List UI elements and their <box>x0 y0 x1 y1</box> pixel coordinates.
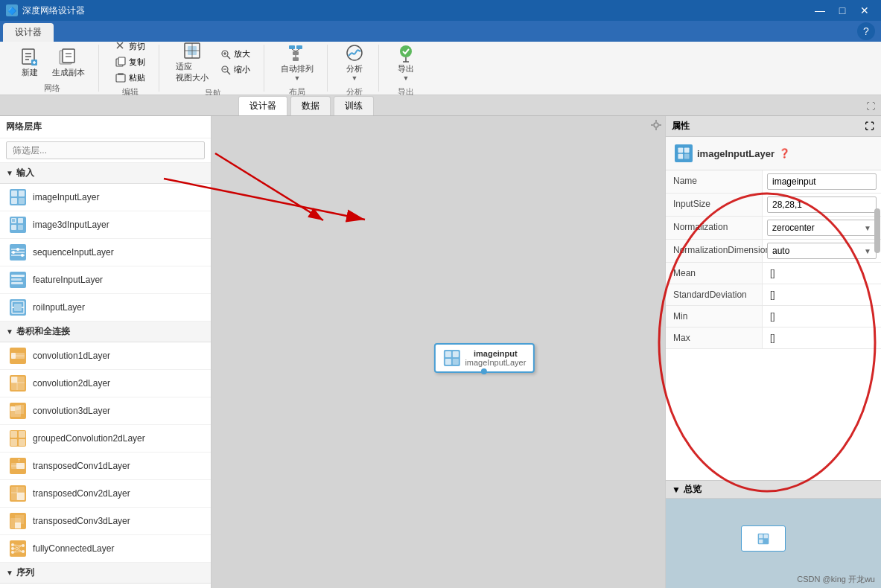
left-sidebar: 网络层库 ▼ 输入 image <box>0 116 211 588</box>
layer-label-convolution1dLayer: convolution1dLayer <box>33 351 110 361</box>
layer-item-convolution2dLayer[interactable]: convolution2dLayer <box>0 370 211 397</box>
tab-design[interactable]: 设计器 <box>238 96 287 115</box>
svg-rect-86 <box>19 431 25 438</box>
prop-rows: Name InputSize Normalization <box>666 170 881 349</box>
new-button[interactable]: 新建 <box>15 43 45 81</box>
svg-rect-122 <box>452 351 458 357</box>
prop-row-inputsize: InputSize <box>666 194 881 217</box>
expand-panel-icon[interactable]: ⛶ <box>863 121 875 132</box>
prop-value-min: [] <box>763 306 881 327</box>
layer-icon-transposedConv1dLayer: T <box>9 457 27 475</box>
category-input[interactable]: ▼ 输入 <box>0 163 211 184</box>
tab-data[interactable]: 数据 <box>290 96 331 115</box>
properties-header: 属性 ⛶ <box>666 116 881 137</box>
svg-rect-96 <box>17 493 25 500</box>
prop-dropdown-normdim[interactable]: auto ▼ <box>767 243 877 259</box>
svg-rect-128 <box>684 148 690 153</box>
toolbar-group-analyze: 分析 ▼ 分析 <box>331 45 379 92</box>
search-input[interactable] <box>6 141 205 159</box>
toolbar: 新建 生成副本 网络 <box>0 42 881 95</box>
prop-value-normalization: zerocenter ▼ <box>763 217 881 239</box>
category-label-input: 输入 <box>16 167 34 179</box>
svg-rect-29 <box>296 45 302 49</box>
overview-title: 总览 <box>684 483 702 496</box>
svg-rect-52 <box>18 225 23 230</box>
tab-train[interactable]: 训练 <box>334 96 374 115</box>
overview-canvas[interactable]: CSDN @king 开龙wu <box>666 499 881 588</box>
prop-layer-header: imageInputLayer ❓ <box>666 137 881 170</box>
prop-dropdown-normdim-arrow: ▼ <box>864 247 871 255</box>
scrollbar-thumb[interactable] <box>874 208 880 253</box>
svg-line-38 <box>354 50 357 54</box>
watermark: CSDN @king 开龙wu <box>797 574 875 585</box>
tab-designer[interactable]: 设计器 <box>3 23 54 42</box>
layer-item-transposedConv3dLayer[interactable]: transposedConv3dLayer <box>0 508 211 535</box>
layer-label-convolution2dLayer: convolution2dLayer <box>33 378 110 389</box>
category-arrow-sequence: ▼ <box>6 569 13 577</box>
prop-help-button[interactable]: ❓ <box>779 148 790 159</box>
minimize-button[interactable]: — <box>810 0 830 21</box>
prop-dropdown-normalization[interactable]: zerocenter ▼ <box>767 220 877 236</box>
export-button[interactable]: 导出 ▼ <box>391 39 421 85</box>
prop-value-name <box>763 170 881 193</box>
prop-label-name: Name <box>666 170 763 193</box>
layer-item-convolution1dLayer[interactable]: convolution1dLayer <box>0 342 211 370</box>
svg-rect-30 <box>293 51 299 55</box>
prop-input-inputsize[interactable] <box>767 196 877 213</box>
expand-icon[interactable]: ⛶ <box>863 99 878 114</box>
svg-rect-8 <box>63 49 74 63</box>
svg-point-115 <box>654 123 658 127</box>
svg-marker-102 <box>15 515 24 524</box>
auto-layout-button[interactable]: 自动排列 ▼ <box>276 39 318 85</box>
layer-item-groupedConvolution2dLayer[interactable]: groupedConvolution2dLayer <box>0 425 211 453</box>
layer-icon-fullyConnectedLayer <box>9 540 27 557</box>
svg-rect-44 <box>11 191 17 196</box>
layer-item-convolution3dLayer[interactable]: convolution3dLayer <box>0 397 211 425</box>
sidebar-header: 网络层库 <box>0 116 211 138</box>
layer-item-image3dInputLayer[interactable]: image3dInputLayer <box>0 211 211 239</box>
fit-view-button[interactable]: 适应视图大小 <box>171 37 213 86</box>
analyze-icon <box>344 42 365 63</box>
paste-button[interactable]: 粘贴 <box>111 71 150 85</box>
toolbar-network-items: 新建 生成副本 <box>15 43 89 81</box>
prop-static-mean: [] <box>767 268 778 278</box>
layer-item-imageInputLayer[interactable]: imageInputLayer <box>0 184 211 211</box>
generate-copy-button[interactable]: 生成副本 <box>48 43 89 81</box>
help-button[interactable]: ? <box>857 22 875 40</box>
sidebar-content: ▼ 输入 imageInputLayer <box>0 163 211 588</box>
layer-item-sequenceInputLayer[interactable]: sequenceInputLayer <box>0 239 211 266</box>
layer-item-transposedConv1dLayer[interactable]: T transposedConv1dLayer <box>0 453 211 480</box>
zoom-out-label: 缩小 <box>234 64 250 75</box>
export-icon <box>395 42 416 63</box>
svg-line-32 <box>296 49 299 51</box>
prop-row-mean: Mean [] <box>666 263 881 284</box>
zoom-out-button[interactable]: 缩小 <box>216 63 255 77</box>
close-button[interactable]: ✕ <box>854 0 875 21</box>
category-conv[interactable]: ▼ 卷积和全连接 <box>0 322 211 342</box>
prop-row-normdim: NormalizationDimension auto ▼ <box>666 240 881 263</box>
layer-item-featureInputLayer[interactable]: featureInputLayer <box>0 266 211 294</box>
layer-item-fullyConnectedLayer[interactable]: fullyConnectedLayer <box>0 535 211 563</box>
layer-item-transposedConv2dLayer[interactable]: transposedConv2dLayer <box>0 480 211 508</box>
canvas-node-icon <box>442 349 460 367</box>
svg-rect-127 <box>678 148 684 153</box>
layer-item-roiInputLayer[interactable]: roiInputLayer <box>0 294 211 322</box>
canvas-settings-icon[interactable] <box>650 119 662 133</box>
copy-button[interactable]: 复制 <box>111 55 150 69</box>
category-label-conv: 卷积和全连接 <box>16 325 70 338</box>
cut-button[interactable]: 剪切 <box>111 39 150 54</box>
prop-input-name[interactable] <box>767 173 877 190</box>
overview-node <box>741 525 786 552</box>
analyze-button[interactable]: 分析 ▼ <box>340 39 369 85</box>
layer-label-groupedConvolution2dLayer: groupedConvolution2dLayer <box>33 433 145 444</box>
category-sequence[interactable]: ▼ 序列 <box>0 563 211 584</box>
svg-line-27 <box>227 71 230 74</box>
zoom-in-button[interactable]: 放大 <box>216 47 255 61</box>
toolbar-group-export: 导出 ▼ 导出 <box>382 45 430 92</box>
maximize-button[interactable]: □ <box>832 0 853 21</box>
title-bar-controls: — □ ✕ <box>810 0 875 21</box>
canvas-node-imageinput[interactable]: imageinput imageInputLayer <box>433 343 535 373</box>
svg-rect-63 <box>11 278 22 281</box>
svg-rect-134 <box>759 539 763 543</box>
prop-row-name: Name <box>666 170 881 194</box>
